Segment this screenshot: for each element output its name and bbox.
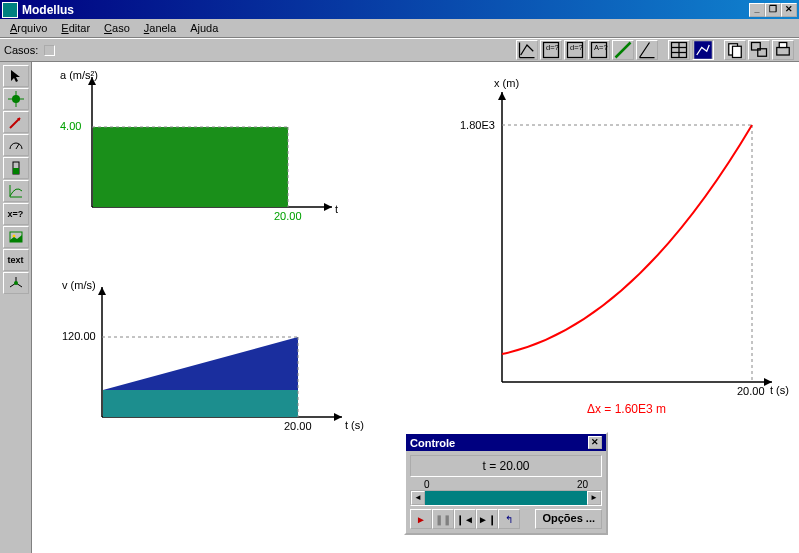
pointer-tool[interactable]: [3, 65, 29, 87]
accel-yval: 4.00: [60, 120, 81, 132]
slider-max: 20: [577, 479, 588, 490]
svg-line-21: [16, 144, 19, 149]
control-close-button[interactable]: ✕: [588, 436, 602, 449]
graph-tool-2[interactable]: d=?: [540, 40, 562, 60]
svg-text:A=?: A=?: [594, 43, 608, 52]
svg-rect-12: [733, 46, 742, 57]
pos-xlabel: t (s): [770, 384, 789, 396]
pos-yval: 1.80E3: [460, 119, 495, 131]
stop-button[interactable]: ❚❚: [432, 509, 454, 529]
slider-right-button[interactable]: ►: [587, 491, 601, 505]
gauge-tool[interactable]: [3, 134, 29, 156]
close-button[interactable]: ✕: [781, 3, 797, 17]
copy-button[interactable]: [724, 40, 746, 60]
slider-left-button[interactable]: ◄: [411, 491, 425, 505]
app-icon: [2, 2, 18, 18]
control-title: Controle: [410, 437, 588, 449]
graph-tool-4[interactable]: A=?: [588, 40, 610, 60]
canvas: a (m/s²) t 4.00 20.00 v (m/s) t (s) 120.…: [32, 62, 799, 553]
minimize-button[interactable]: _: [749, 3, 765, 17]
casos-checkbox[interactable]: [44, 45, 55, 56]
titlebar: Modellus _ ❐ ✕: [0, 0, 799, 19]
svg-rect-15: [777, 48, 790, 56]
window-title: Modellus: [22, 3, 749, 17]
svg-point-29: [14, 281, 18, 285]
side-toolbar: x=? text: [0, 62, 32, 553]
maximize-button[interactable]: ❐: [765, 3, 781, 17]
accel-ylabel: a (m/s²): [60, 69, 98, 81]
time-slider[interactable]: ◄ ►: [410, 490, 602, 506]
menu-editar[interactable]: Editar: [55, 20, 96, 36]
3d-tool[interactable]: [3, 272, 29, 294]
menu-janela[interactable]: Janela: [138, 20, 182, 36]
vector-tool[interactable]: [3, 111, 29, 133]
play-button[interactable]: ►: [410, 509, 432, 529]
pos-xval: 20.00: [737, 385, 765, 397]
forward-button[interactable]: ►❙: [476, 509, 498, 529]
text-tool[interactable]: text: [3, 249, 29, 271]
tangent-tool[interactable]: [612, 40, 634, 60]
menubar: Arquivo Editar Caso Janela Ajuda: [0, 19, 799, 38]
pos-delta: Δx = 1.60E3 m: [587, 402, 666, 416]
level-tool[interactable]: [3, 157, 29, 179]
svg-rect-10: [694, 41, 712, 59]
svg-rect-32: [93, 127, 288, 207]
vel-xlabel: t (s): [345, 419, 364, 431]
workspace: x=? text a (m/s²) t 4.00 20.00: [0, 62, 799, 553]
table-button[interactable]: [668, 40, 690, 60]
pos-ylabel: x (m): [494, 77, 519, 89]
vel-ylabel: v (m/s): [62, 279, 96, 291]
control-titlebar[interactable]: Controle ✕: [406, 434, 606, 451]
angle-tool[interactable]: [636, 40, 658, 60]
svg-text:d=?: d=?: [546, 43, 559, 52]
image-tool[interactable]: [3, 226, 29, 248]
top-toolbar: Casos: d=? d=? A=?: [0, 38, 799, 62]
print-button[interactable]: [772, 40, 794, 60]
accel-xlabel: t: [335, 203, 338, 215]
options-button[interactable]: Opções ...: [535, 509, 602, 529]
graph-tool-3[interactable]: d=?: [564, 40, 586, 60]
accel-chart: a (m/s²) t 4.00 20.00: [42, 67, 342, 227]
accel-xval: 20.00: [274, 210, 302, 222]
time-display: t = 20.00: [410, 455, 602, 477]
menu-ajuda[interactable]: Ajuda: [184, 20, 224, 36]
vel-yval: 120.00: [62, 330, 96, 342]
slider-bar[interactable]: [425, 491, 587, 505]
svg-text:d=?: d=?: [570, 43, 583, 52]
svg-rect-37: [103, 390, 298, 417]
pos-chart: x (m) t (s) 1.80E3 20.00 Δx = 1.60E3 m: [452, 77, 792, 407]
chart-button[interactable]: [692, 40, 714, 60]
reset-button[interactable]: ↰: [498, 509, 520, 529]
variable-tool[interactable]: x=?: [3, 203, 29, 225]
vel-xval: 20.00: [284, 420, 312, 432]
menu-caso[interactable]: Caso: [98, 20, 136, 36]
slider-min: 0: [424, 479, 430, 490]
svg-rect-16: [779, 43, 787, 48]
vel-chart: v (m/s) t (s) 120.00 20.00: [42, 277, 372, 437]
control-window[interactable]: Controle ✕ t = 20.00 0 20 ◄ ► ► ❚❚ ❙◄: [404, 432, 608, 535]
graph-tool-1[interactable]: [516, 40, 538, 60]
menu-arquivo[interactable]: Arquivo: [4, 20, 53, 36]
rewind-button[interactable]: ❙◄: [454, 509, 476, 529]
svg-rect-23: [13, 168, 19, 174]
casos-label: Casos:: [4, 44, 38, 56]
cascade-button[interactable]: [748, 40, 770, 60]
plot-tool[interactable]: [3, 180, 29, 202]
particle-tool[interactable]: [3, 88, 29, 110]
